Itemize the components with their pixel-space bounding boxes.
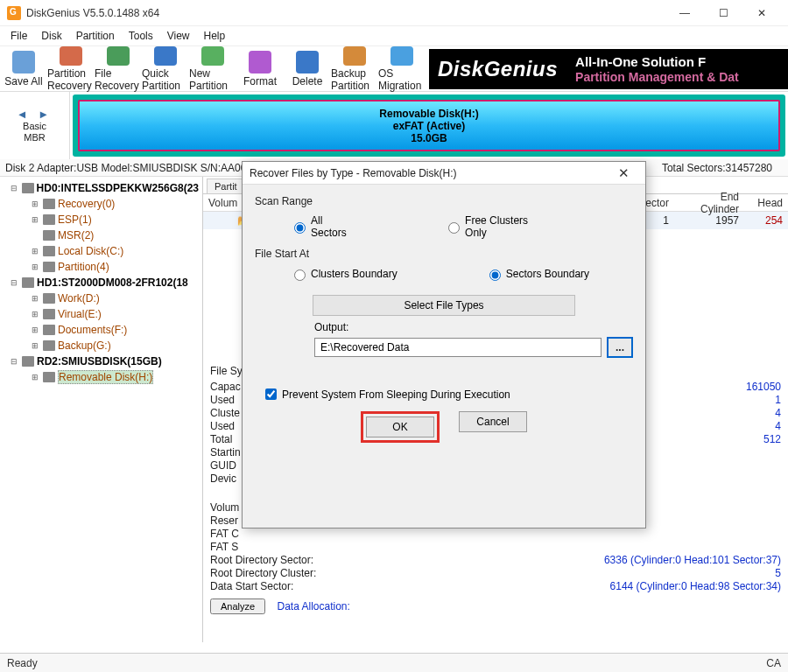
radio-free-clusters[interactable]: Free Clusters Only	[444, 214, 545, 239]
radio-sectors-boundary-input[interactable]	[489, 270, 501, 281]
dialog-close-button[interactable]: ✕	[609, 165, 638, 181]
scan-range-label: Scan Range	[255, 195, 633, 207]
file-start-label: File Start At	[255, 248, 633, 260]
prevent-sleep-input[interactable]	[265, 388, 277, 400]
dialog-title: Recover Files by Type - Removable Disk(H…	[250, 167, 609, 179]
ok-highlight: OK	[361, 411, 440, 443]
cancel-button[interactable]: Cancel	[459, 411, 527, 432]
radio-sectors-boundary[interactable]: Sectors Boundary	[485, 267, 589, 281]
ok-button[interactable]: OK	[366, 416, 434, 438]
prevent-sleep-checkbox[interactable]: Prevent System From Sleeping During Exec…	[262, 386, 633, 402]
select-file-types-button[interactable]: Select File Types	[313, 295, 575, 316]
radio-clusters-boundary[interactable]: Clusters Boundary	[290, 267, 398, 281]
output-path-input[interactable]	[314, 338, 602, 357]
radio-clusters-boundary-input[interactable]	[294, 270, 306, 281]
browse-button[interactable]: ...	[607, 337, 633, 358]
radio-all-sectors[interactable]: All Sectors	[290, 214, 356, 239]
radio-all-sectors-input[interactable]	[294, 222, 306, 234]
output-label: Output:	[314, 321, 633, 333]
radio-free-clusters-input[interactable]	[448, 222, 460, 234]
recover-dialog: Recover Files by Type - Removable Disk(H…	[242, 161, 646, 528]
